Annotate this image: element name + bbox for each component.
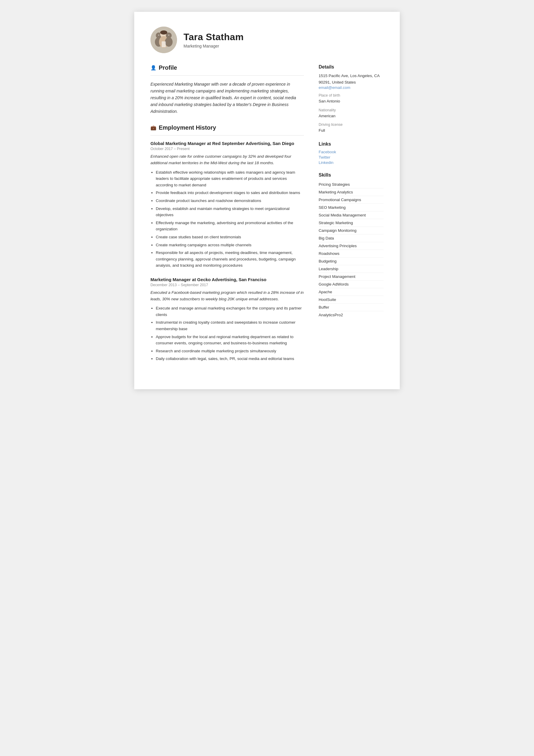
list-item: Instrumental in creating loyalty contest… (156, 319, 304, 332)
links-title: Links (318, 142, 384, 147)
job-2: Marketing Manager at Gecko Advertising, … (150, 277, 304, 362)
skill-item: Big Data (318, 234, 384, 242)
skill-item: Leadership (318, 265, 384, 273)
employment-divider (150, 135, 304, 136)
header-text: Tara Statham Marketing Manager (184, 32, 244, 48)
place-of-birth-label: Place of birth (318, 93, 384, 97)
skill-item: Project Management (318, 273, 384, 281)
skill-item: AnalyticsPro2 (318, 311, 384, 319)
job-1: Global Marketing Manager at Red Septembe… (150, 141, 304, 269)
details-title: Details (318, 65, 384, 70)
svg-point-6 (165, 37, 173, 47)
profile-icon: 👤 (150, 65, 156, 70)
profile-text: Experienced Marketing Manager with over … (150, 81, 304, 115)
skill-item: Campaign Monitoring (318, 227, 384, 234)
driving-license-label: Driving license (318, 122, 384, 127)
list-item: Execute and manage annual marketing exch… (156, 305, 304, 318)
svg-point-8 (160, 30, 167, 35)
list-item: Create marketing campaigns across multip… (156, 242, 304, 248)
avatar (150, 27, 177, 53)
skill-item: Social Media Management (318, 211, 384, 219)
skills-section: Skills Pricing Strategies Marketing Anal… (318, 173, 384, 319)
details-section: Details 1515 Pacific Ave, Los Angeles, C… (318, 65, 384, 134)
profile-section-title: 👤 Profile (150, 65, 304, 71)
candidate-name: Tara Statham (184, 32, 244, 42)
skill-item: Apache (318, 288, 384, 296)
job-2-title: Marketing Manager at Gecko Advertising, … (150, 277, 304, 282)
job-2-dates: December 2013 – September 2017 (150, 283, 304, 287)
list-item: Research and coordinate multiple marketi… (156, 348, 304, 354)
job-2-bullets: Execute and manage annual marketing exch… (150, 305, 304, 362)
skill-item: HootSuite (318, 296, 384, 304)
employment-section: 💼 Employment History Global Marketing Ma… (150, 124, 304, 362)
profile-section: 👤 Profile Experienced Marketing Manager … (150, 65, 304, 115)
job-1-summary: Enhanced open rate for online customer c… (150, 153, 304, 166)
nationality-label: Nationality (318, 108, 384, 112)
profile-divider (150, 75, 304, 76)
job-1-dates: October 2017 – Present (150, 147, 304, 151)
details-email[interactable]: email@email.com (318, 85, 384, 90)
list-item: Coordinate product launches and roadshow… (156, 198, 304, 204)
nationality-value: American (318, 113, 384, 119)
employment-icon: 💼 (150, 125, 156, 130)
svg-rect-7 (162, 41, 166, 47)
list-item: Establish effective working relationship… (156, 169, 304, 188)
job-2-summary: Executed a Facebook-based marketing prog… (150, 289, 304, 302)
skill-item: Promotional Campaigns (318, 196, 384, 204)
list-item: Effectively manage the marketing, advert… (156, 220, 304, 232)
place-of-birth-value: San Antonio (318, 98, 384, 104)
svg-point-9 (158, 35, 159, 36)
skill-item: Google AdWords (318, 281, 384, 288)
skill-item: Budgeting (318, 257, 384, 265)
skill-item: Strategic Marketing (318, 219, 384, 227)
job-1-title: Global Marketing Manager at Red Septembe… (150, 141, 304, 146)
list-item: Approve budgets for the local and region… (156, 334, 304, 346)
job-1-bullets: Establish effective working relationship… (150, 169, 304, 269)
resume-body: 👤 Profile Experienced Marketing Manager … (150, 65, 384, 371)
svg-point-10 (168, 35, 169, 36)
skill-item: SEO Marketing (318, 204, 384, 211)
main-column: 👤 Profile Experienced Marketing Manager … (150, 65, 304, 371)
skill-item: Marketing Analytics (318, 188, 384, 196)
list-item: Provide feedback into product developmen… (156, 190, 304, 196)
resume-header: Tara Statham Marketing Manager (150, 27, 384, 53)
sidebar-column: Details 1515 Pacific Ave, Los Angeles, C… (318, 65, 384, 371)
employment-section-title: 💼 Employment History (150, 124, 304, 131)
list-item: Responsible for all aspects of projects,… (156, 250, 304, 269)
skill-item: Pricing Strategies (318, 181, 384, 188)
candidate-title: Marketing Manager (184, 44, 244, 48)
list-item: Create case studies based on client test… (156, 234, 304, 240)
list-item: Daily collaboration with legal, sales, t… (156, 356, 304, 362)
skill-item: Roadshows (318, 250, 384, 257)
skills-title: Skills (318, 173, 384, 178)
driving-license-value: Full (318, 127, 384, 134)
skill-item: Buffer (318, 304, 384, 311)
skill-item: Advertising Principles (318, 242, 384, 250)
links-section: Links Facebook Twitter Linkedin (318, 142, 384, 165)
list-item: Develop, establish and maintain marketin… (156, 205, 304, 218)
link-twitter[interactable]: Twitter (318, 155, 384, 159)
link-facebook[interactable]: Facebook (318, 150, 384, 154)
link-linkedin[interactable]: Linkedin (318, 160, 384, 165)
resume-container: Tara Statham Marketing Manager 👤 Profile… (134, 12, 400, 389)
details-address: 1515 Pacific Ave, Los Angeles, CA 90291,… (318, 73, 384, 85)
